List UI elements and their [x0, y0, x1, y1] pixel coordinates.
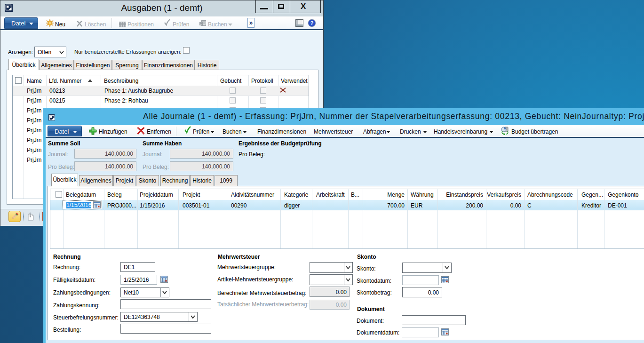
svg-text:?: ? — [310, 20, 313, 26]
